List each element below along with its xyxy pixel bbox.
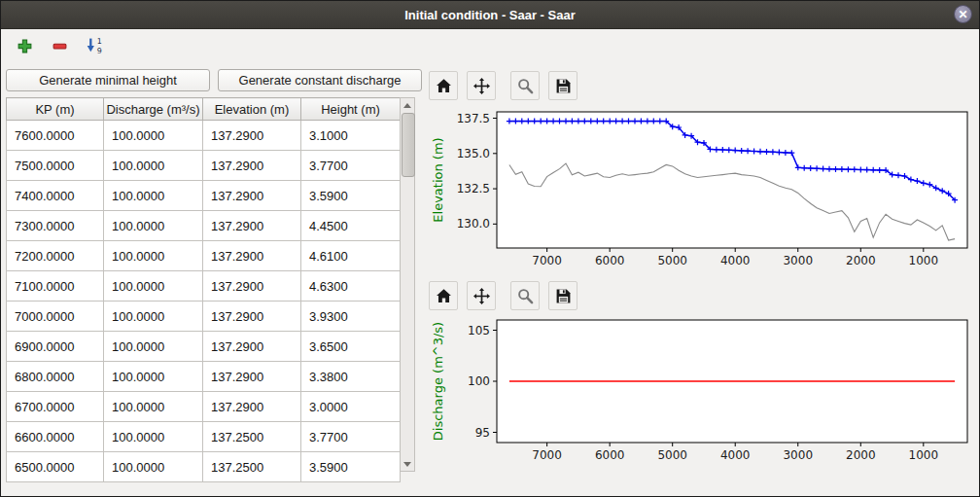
svg-text:1000: 1000 [909,448,939,462]
table-cell[interactable]: 137.2900 [203,121,301,151]
table-row: 6800.0000100.0000137.29003.3800 [7,362,401,392]
table-cell[interactable]: 100.0000 [104,211,203,241]
pan-icon [473,78,490,94]
table-cell[interactable]: 137.2500 [203,452,301,482]
table-cell[interactable]: 137.2900 [203,211,301,241]
zoom-icon [517,288,534,304]
discharge-chart[interactable]: 700060005000400030002000100095100105Disc… [427,312,975,470]
svg-text:Discharge (m^3/s): Discharge (m^3/s) [431,322,445,441]
table-cell[interactable]: 100.0000 [104,121,203,151]
generate-minimal-height-button[interactable]: Generate minimal height [6,69,210,91]
table-cell[interactable]: 137.2500 [203,422,301,452]
table-cell[interactable]: 100.0000 [104,452,203,482]
add-row-button[interactable] [12,33,37,58]
table-cell[interactable]: 100.0000 [104,392,203,422]
generate-constant-discharge-button[interactable]: Generate constant discharge [218,69,422,91]
table-column-header[interactable]: Elevation (m) [203,98,301,121]
table-cell[interactable]: 100.0000 [104,181,203,211]
svg-text:4000: 4000 [720,448,751,462]
table-cell[interactable]: 3.5900 [301,181,401,211]
table-cell[interactable]: 100.0000 [104,241,203,271]
table-column-header[interactable]: Height (m) [301,98,401,121]
table-cell[interactable]: 6800.0000 [7,362,104,392]
table-cell[interactable]: 7600.0000 [7,121,104,151]
table-row: 7200.0000100.0000137.29004.6100 [7,241,401,271]
close-button[interactable]: ✕ [954,5,972,23]
pan-icon [473,288,490,304]
table-cell[interactable]: 7000.0000 [7,302,104,332]
svg-text:105: 105 [468,324,490,337]
zoom-button[interactable] [510,71,540,100]
scroll-down-icon[interactable] [401,457,414,471]
table-cell[interactable]: 3.1000 [301,121,401,151]
window-title: Initial condition - Saar - Saar [404,8,576,22]
table-cell[interactable]: 3.7700 [301,422,401,452]
table-cell[interactable]: 4.4500 [301,211,401,241]
table-cell[interactable]: 3.5900 [301,452,401,482]
table-scrollbar[interactable] [400,97,415,472]
table-cell[interactable]: 137.2900 [203,392,301,422]
table-cell[interactable]: 6900.0000 [7,332,104,362]
scroll-up-icon[interactable] [401,98,414,112]
save-button[interactable] [548,71,578,100]
table-cell[interactable]: 137.2900 [203,332,301,362]
table-cell[interactable]: 7100.0000 [7,271,104,302]
svg-text:7000: 7000 [532,448,562,462]
svg-text:6000: 6000 [595,448,625,462]
table-cell[interactable]: 100.0000 [104,271,203,302]
table-cell[interactable]: 3.6500 [301,332,401,362]
table-cell[interactable]: 100.0000 [104,332,203,362]
svg-text:100: 100 [468,374,490,388]
table-cell[interactable]: 4.6100 [301,241,401,271]
table-cell[interactable]: 137.2900 [203,151,301,181]
elevation-chart[interactable]: 7000600050004000300020001000130.0132.513… [427,104,975,275]
table-cell[interactable]: 6500.0000 [7,452,104,482]
svg-text:3000: 3000 [783,254,813,267]
table-cell[interactable]: 3.0000 [301,392,401,422]
table-cell[interactable]: 100.0000 [104,151,203,181]
table-cell[interactable]: 100.0000 [104,302,203,332]
titlebar[interactable]: Initial condition - Saar - Saar ✕ [1,1,979,29]
table-cell[interactable]: 137.2900 [203,241,301,271]
table-cell[interactable]: 137.2900 [203,271,301,302]
pan-button[interactable] [467,71,496,100]
main-toolbar: 1 9 [2,29,978,62]
table-cell[interactable]: 7300.0000 [7,211,104,241]
table-body: 7600.0000100.0000137.29003.10007500.0000… [7,121,401,482]
scrollbar-thumb[interactable] [402,113,415,177]
table-cell[interactable]: 6600.0000 [7,422,104,452]
table-row: 7300.0000100.0000137.29004.4500 [7,211,401,241]
close-icon: ✕ [958,9,967,20]
table-cell[interactable]: 7500.0000 [7,151,104,181]
table-cell[interactable]: 137.2900 [203,181,301,211]
table-cell[interactable]: 100.0000 [104,422,203,452]
pan-button[interactable] [467,281,496,310]
table-row: 6700.0000100.0000137.29003.0000 [7,392,401,422]
save-icon [555,78,572,94]
home-button[interactable] [429,71,458,100]
table-row: 7600.0000100.0000137.29003.1000 [7,121,401,151]
home-button[interactable] [429,281,458,310]
table-cell[interactable]: 137.2900 [203,362,301,392]
zoom-button[interactable] [510,281,540,310]
table-cell[interactable]: 7400.0000 [7,181,104,211]
add-icon [17,38,33,54]
svg-text:4000: 4000 [720,254,751,267]
table-column-header[interactable]: Discharge (m³/s) [104,98,203,121]
table-cell[interactable]: 6700.0000 [7,392,104,422]
table-cell[interactable]: 100.0000 [104,362,203,392]
table-cell[interactable]: 7200.0000 [7,241,104,271]
table-cell[interactable]: 4.6300 [301,271,401,302]
svg-text:2000: 2000 [846,448,876,462]
svg-text:Elevation (m): Elevation (m) [431,137,445,222]
table-cell[interactable]: 3.9300 [301,302,401,332]
save-button[interactable] [548,281,578,310]
table-column-header[interactable]: KP (m) [7,98,104,121]
table-cell[interactable]: 137.2900 [203,302,301,332]
svg-text:6000: 6000 [595,254,625,267]
sort-button[interactable]: 1 9 [82,33,107,58]
table-cell[interactable]: 3.7700 [301,151,401,181]
save-icon [555,288,572,304]
table-cell[interactable]: 3.3800 [301,362,401,392]
remove-row-button[interactable] [47,33,72,58]
